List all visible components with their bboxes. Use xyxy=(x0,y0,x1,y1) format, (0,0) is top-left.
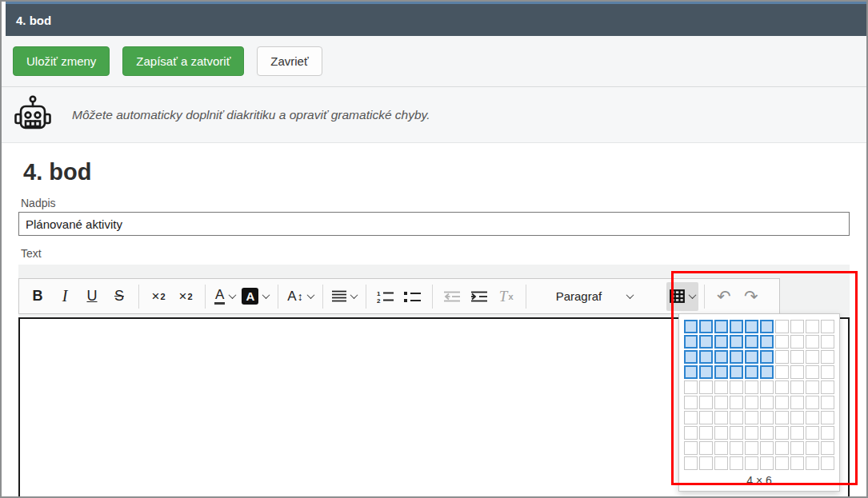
table-size-cell[interactable] xyxy=(806,380,819,394)
table-size-cell[interactable] xyxy=(806,320,819,333)
table-size-cell[interactable] xyxy=(714,380,728,394)
decrease-indent-button[interactable] xyxy=(438,282,466,311)
table-size-cell[interactable] xyxy=(790,441,804,455)
superscript-button[interactable]: ×2 xyxy=(145,282,172,311)
table-size-cell[interactable] xyxy=(730,426,743,440)
table-size-cell[interactable] xyxy=(775,365,789,379)
table-size-cell[interactable] xyxy=(684,396,698,409)
table-size-cell[interactable] xyxy=(790,456,804,470)
table-size-cell[interactable] xyxy=(775,396,789,409)
table-size-cell[interactable] xyxy=(790,426,804,440)
table-size-cell[interactable] xyxy=(790,380,804,394)
table-size-cell[interactable] xyxy=(821,320,834,333)
table-size-cell[interactable] xyxy=(684,335,698,349)
table-size-cell[interactable] xyxy=(714,320,728,333)
table-size-cell[interactable] xyxy=(775,426,789,440)
table-size-cell[interactable] xyxy=(730,335,743,349)
remove-format-button[interactable]: Tx xyxy=(493,282,520,311)
save-button[interactable]: Uložiť zmeny xyxy=(13,46,110,76)
table-size-cell[interactable] xyxy=(699,365,713,379)
numbered-list-button[interactable]: 1 2 xyxy=(372,282,399,311)
table-size-cell[interactable] xyxy=(714,365,728,379)
table-size-cell[interactable] xyxy=(760,320,774,333)
table-size-cell[interactable] xyxy=(699,396,713,409)
table-size-cell[interactable] xyxy=(714,411,728,424)
table-size-cell[interactable] xyxy=(760,441,774,455)
table-size-cell[interactable] xyxy=(760,365,774,379)
table-size-cell[interactable] xyxy=(821,426,834,440)
table-size-grid[interactable] xyxy=(683,319,835,471)
table-size-cell[interactable] xyxy=(790,365,804,379)
table-size-cell[interactable] xyxy=(745,426,758,440)
table-size-cell[interactable] xyxy=(699,350,713,364)
table-size-cell[interactable] xyxy=(730,380,743,394)
table-size-cell[interactable] xyxy=(790,411,804,424)
table-size-cell[interactable] xyxy=(775,411,789,424)
table-size-cell[interactable] xyxy=(745,350,758,364)
table-size-cell[interactable] xyxy=(760,335,774,349)
table-size-cell[interactable] xyxy=(821,441,834,455)
table-size-cell[interactable] xyxy=(714,396,728,409)
table-size-cell[interactable] xyxy=(821,335,834,349)
table-size-cell[interactable] xyxy=(821,411,834,424)
table-size-cell[interactable] xyxy=(745,380,758,394)
table-size-cell[interactable] xyxy=(806,365,819,379)
bulleted-list-button[interactable] xyxy=(399,282,426,311)
table-size-cell[interactable] xyxy=(699,335,713,349)
redo-button[interactable]: ↷ xyxy=(738,282,765,311)
table-size-cell[interactable] xyxy=(745,456,758,470)
table-size-cell[interactable] xyxy=(745,396,758,409)
undo-button[interactable]: ↶ xyxy=(710,282,738,311)
table-size-cell[interactable] xyxy=(790,350,804,364)
table-size-cell[interactable] xyxy=(775,320,789,333)
table-size-cell[interactable] xyxy=(699,411,713,424)
strikethrough-button[interactable]: S xyxy=(106,282,133,311)
table-size-cell[interactable] xyxy=(821,396,834,409)
table-size-cell[interactable] xyxy=(760,396,774,409)
table-size-cell[interactable] xyxy=(730,441,743,455)
table-size-cell[interactable] xyxy=(684,411,698,424)
table-size-cell[interactable] xyxy=(684,380,698,394)
table-size-cell[interactable] xyxy=(714,441,728,455)
table-size-cell[interactable] xyxy=(745,365,758,379)
underline-button[interactable]: U xyxy=(78,282,106,311)
table-size-cell[interactable] xyxy=(714,350,728,364)
table-size-cell[interactable] xyxy=(821,456,834,470)
table-size-cell[interactable] xyxy=(775,441,789,455)
italic-button[interactable]: I xyxy=(51,282,78,311)
table-size-cell[interactable] xyxy=(730,350,743,364)
table-size-cell[interactable] xyxy=(821,350,834,364)
nadpis-input[interactable] xyxy=(18,212,850,236)
table-size-cell[interactable] xyxy=(745,441,758,455)
alignment-button[interactable] xyxy=(329,282,360,311)
bold-button[interactable]: B xyxy=(24,282,51,311)
table-size-cell[interactable] xyxy=(684,456,698,470)
table-size-cell[interactable] xyxy=(806,426,819,440)
table-size-cell[interactable] xyxy=(714,456,728,470)
table-size-cell[interactable] xyxy=(760,456,774,470)
insert-table-button[interactable] xyxy=(666,282,698,311)
table-size-cell[interactable] xyxy=(730,320,743,333)
table-size-cell[interactable] xyxy=(699,380,713,394)
subscript-button[interactable]: ×2 xyxy=(172,282,199,311)
table-size-cell[interactable] xyxy=(775,335,789,349)
table-size-cell[interactable] xyxy=(821,380,834,394)
table-size-cell[interactable] xyxy=(760,380,774,394)
table-size-cell[interactable] xyxy=(790,335,804,349)
table-size-cell[interactable] xyxy=(821,365,834,379)
background-color-button[interactable]: A xyxy=(238,282,272,311)
table-size-cell[interactable] xyxy=(760,350,774,364)
table-size-cell[interactable] xyxy=(760,426,774,440)
table-size-cell[interactable] xyxy=(745,320,758,333)
table-size-cell[interactable] xyxy=(684,426,698,440)
table-size-cell[interactable] xyxy=(745,411,758,424)
font-size-button[interactable]: A↕ xyxy=(284,282,316,311)
table-size-cell[interactable] xyxy=(684,365,698,379)
table-size-cell[interactable] xyxy=(684,320,698,333)
table-size-cell[interactable] xyxy=(745,335,758,349)
table-size-cell[interactable] xyxy=(714,335,728,349)
table-size-cell[interactable] xyxy=(730,456,743,470)
table-size-cell[interactable] xyxy=(806,335,819,349)
table-size-cell[interactable] xyxy=(806,411,819,424)
font-color-button[interactable]: A xyxy=(211,282,238,311)
